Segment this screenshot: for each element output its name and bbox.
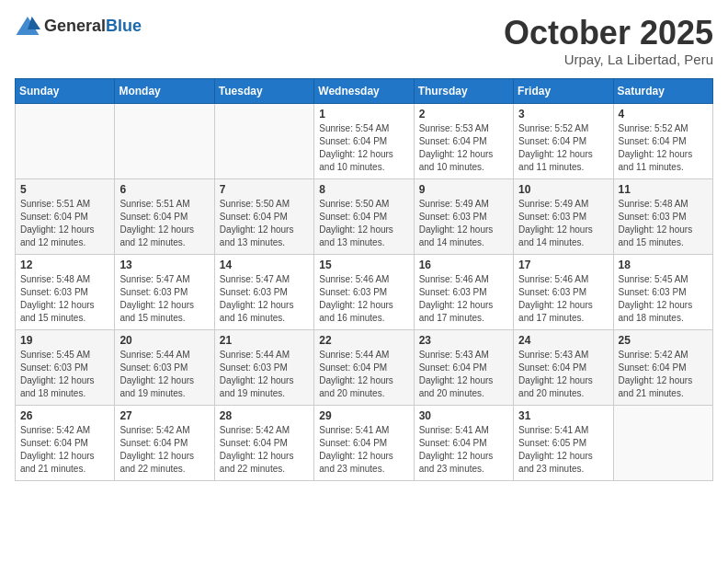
day-info: Sunrise: 5:42 AM Sunset: 6:04 PM Dayligh… xyxy=(20,424,109,476)
day-info: Sunrise: 5:46 AM Sunset: 6:03 PM Dayligh… xyxy=(518,273,608,325)
day-number: 11 xyxy=(619,183,708,196)
calendar-day-cell: 23Sunrise: 5:43 AM Sunset: 6:04 PM Dayli… xyxy=(414,329,513,405)
weekday-header-wednesday: Wednesday xyxy=(314,78,414,103)
calendar-day-cell: 27Sunrise: 5:42 AM Sunset: 6:04 PM Dayli… xyxy=(115,405,214,480)
day-info: Sunrise: 5:50 AM Sunset: 6:04 PM Dayligh… xyxy=(319,198,408,249)
day-number: 16 xyxy=(419,259,508,271)
day-info: Sunrise: 5:41 AM Sunset: 6:04 PM Dayligh… xyxy=(319,424,408,476)
day-info: Sunrise: 5:48 AM Sunset: 6:03 PM Dayligh… xyxy=(619,198,708,249)
calendar-table: SundayMondayTuesdayWednesdayThursdayFrid… xyxy=(15,78,713,481)
day-number: 19 xyxy=(20,334,109,347)
day-info: Sunrise: 5:42 AM Sunset: 6:04 PM Dayligh… xyxy=(619,349,708,400)
month-title: October 2025 xyxy=(504,15,713,52)
day-number: 28 xyxy=(220,409,309,422)
weekday-header-sunday: Sunday xyxy=(16,78,115,103)
calendar-day-cell: 11Sunrise: 5:48 AM Sunset: 6:03 PM Dayli… xyxy=(613,178,712,254)
empty-day-cell xyxy=(16,103,115,178)
day-info: Sunrise: 5:41 AM Sunset: 6:05 PM Dayligh… xyxy=(518,424,608,476)
logo-general-text: GeneralBlue xyxy=(44,17,142,36)
calendar-day-cell: 15Sunrise: 5:46 AM Sunset: 6:03 PM Dayli… xyxy=(314,254,414,329)
day-info: Sunrise: 5:49 AM Sunset: 6:03 PM Dayligh… xyxy=(419,198,508,249)
weekday-header-friday: Friday xyxy=(514,78,613,103)
calendar-day-cell: 30Sunrise: 5:41 AM Sunset: 6:04 PM Dayli… xyxy=(414,405,513,480)
day-number: 20 xyxy=(119,334,209,347)
day-number: 12 xyxy=(20,259,109,271)
day-info: Sunrise: 5:51 AM Sunset: 6:04 PM Dayligh… xyxy=(20,198,109,249)
calendar-day-cell: 25Sunrise: 5:42 AM Sunset: 6:04 PM Dayli… xyxy=(613,329,712,405)
calendar-day-cell: 9Sunrise: 5:49 AM Sunset: 6:03 PM Daylig… xyxy=(414,178,513,254)
day-number: 4 xyxy=(619,108,708,121)
day-number: 29 xyxy=(319,409,408,422)
day-number: 2 xyxy=(419,108,508,121)
day-info: Sunrise: 5:46 AM Sunset: 6:03 PM Dayligh… xyxy=(319,273,408,325)
calendar-day-cell: 24Sunrise: 5:43 AM Sunset: 6:04 PM Dayli… xyxy=(514,329,613,405)
day-info: Sunrise: 5:54 AM Sunset: 6:04 PM Dayligh… xyxy=(319,122,408,174)
day-number: 21 xyxy=(220,334,309,347)
calendar-day-cell: 4Sunrise: 5:52 AM Sunset: 6:04 PM Daylig… xyxy=(613,103,712,178)
empty-day-cell xyxy=(214,103,313,178)
day-number: 3 xyxy=(518,108,608,121)
calendar-day-cell: 3Sunrise: 5:52 AM Sunset: 6:04 PM Daylig… xyxy=(514,103,613,178)
calendar-day-cell: 14Sunrise: 5:47 AM Sunset: 6:03 PM Dayli… xyxy=(214,254,313,329)
calendar-week-row: 5Sunrise: 5:51 AM Sunset: 6:04 PM Daylig… xyxy=(16,178,713,254)
calendar-day-cell: 31Sunrise: 5:41 AM Sunset: 6:05 PM Dayli… xyxy=(514,405,613,480)
calendar-day-cell: 21Sunrise: 5:44 AM Sunset: 6:03 PM Dayli… xyxy=(214,329,313,405)
calendar-day-cell: 12Sunrise: 5:48 AM Sunset: 6:03 PM Dayli… xyxy=(16,254,115,329)
day-number: 22 xyxy=(319,334,408,347)
day-number: 5 xyxy=(20,183,109,196)
title-area: October 2025 Urpay, La Libertad, Peru xyxy=(504,15,713,67)
calendar-day-cell: 7Sunrise: 5:50 AM Sunset: 6:04 PM Daylig… xyxy=(214,178,313,254)
day-info: Sunrise: 5:43 AM Sunset: 6:04 PM Dayligh… xyxy=(518,349,608,400)
empty-day-cell xyxy=(613,405,712,480)
day-number: 13 xyxy=(119,259,209,271)
logo-icon xyxy=(15,15,40,37)
empty-day-cell xyxy=(115,103,214,178)
day-info: Sunrise: 5:51 AM Sunset: 6:04 PM Dayligh… xyxy=(119,198,209,249)
day-number: 25 xyxy=(619,334,708,347)
day-number: 8 xyxy=(319,183,408,196)
weekday-header-monday: Monday xyxy=(115,78,214,103)
day-number: 15 xyxy=(319,259,408,271)
day-info: Sunrise: 5:42 AM Sunset: 6:04 PM Dayligh… xyxy=(119,424,209,476)
day-number: 24 xyxy=(518,334,608,347)
calendar-day-cell: 13Sunrise: 5:47 AM Sunset: 6:03 PM Dayli… xyxy=(115,254,214,329)
calendar-day-cell: 20Sunrise: 5:44 AM Sunset: 6:03 PM Dayli… xyxy=(115,329,214,405)
weekday-header-row: SundayMondayTuesdayWednesdayThursdayFrid… xyxy=(16,78,713,103)
calendar-day-cell: 29Sunrise: 5:41 AM Sunset: 6:04 PM Dayli… xyxy=(314,405,414,480)
day-number: 6 xyxy=(119,183,209,196)
day-info: Sunrise: 5:48 AM Sunset: 6:03 PM Dayligh… xyxy=(20,273,109,325)
day-number: 14 xyxy=(220,259,309,271)
day-info: Sunrise: 5:52 AM Sunset: 6:04 PM Dayligh… xyxy=(619,122,708,174)
calendar-day-cell: 19Sunrise: 5:45 AM Sunset: 6:03 PM Dayli… xyxy=(16,329,115,405)
calendar-day-cell: 2Sunrise: 5:53 AM Sunset: 6:04 PM Daylig… xyxy=(414,103,513,178)
day-info: Sunrise: 5:44 AM Sunset: 6:03 PM Dayligh… xyxy=(220,349,309,400)
day-number: 31 xyxy=(518,409,608,422)
calendar-day-cell: 22Sunrise: 5:44 AM Sunset: 6:04 PM Dayli… xyxy=(314,329,414,405)
calendar-day-cell: 18Sunrise: 5:45 AM Sunset: 6:03 PM Dayli… xyxy=(613,254,712,329)
day-info: Sunrise: 5:41 AM Sunset: 6:04 PM Dayligh… xyxy=(419,424,508,476)
day-info: Sunrise: 5:46 AM Sunset: 6:03 PM Dayligh… xyxy=(419,273,508,325)
day-info: Sunrise: 5:52 AM Sunset: 6:04 PM Dayligh… xyxy=(518,122,608,174)
calendar-day-cell: 5Sunrise: 5:51 AM Sunset: 6:04 PM Daylig… xyxy=(16,178,115,254)
day-info: Sunrise: 5:42 AM Sunset: 6:04 PM Dayligh… xyxy=(220,424,309,476)
day-number: 27 xyxy=(119,409,209,422)
calendar-day-cell: 16Sunrise: 5:46 AM Sunset: 6:03 PM Dayli… xyxy=(414,254,513,329)
day-info: Sunrise: 5:45 AM Sunset: 6:03 PM Dayligh… xyxy=(619,273,708,325)
page-header: GeneralBlue October 2025 Urpay, La Liber… xyxy=(15,15,713,67)
calendar-day-cell: 28Sunrise: 5:42 AM Sunset: 6:04 PM Dayli… xyxy=(214,405,313,480)
day-info: Sunrise: 5:53 AM Sunset: 6:04 PM Dayligh… xyxy=(419,122,508,174)
day-number: 9 xyxy=(419,183,508,196)
logo: GeneralBlue xyxy=(15,15,142,37)
calendar-week-row: 26Sunrise: 5:42 AM Sunset: 6:04 PM Dayli… xyxy=(16,405,713,480)
day-number: 30 xyxy=(419,409,508,422)
location-subtitle: Urpay, La Libertad, Peru xyxy=(504,52,713,67)
day-number: 26 xyxy=(20,409,109,422)
calendar-week-row: 12Sunrise: 5:48 AM Sunset: 6:03 PM Dayli… xyxy=(16,254,713,329)
calendar-day-cell: 6Sunrise: 5:51 AM Sunset: 6:04 PM Daylig… xyxy=(115,178,214,254)
calendar-day-cell: 17Sunrise: 5:46 AM Sunset: 6:03 PM Dayli… xyxy=(514,254,613,329)
day-info: Sunrise: 5:44 AM Sunset: 6:04 PM Dayligh… xyxy=(319,349,408,400)
day-number: 18 xyxy=(619,259,708,271)
calendar-day-cell: 26Sunrise: 5:42 AM Sunset: 6:04 PM Dayli… xyxy=(16,405,115,480)
calendar-day-cell: 8Sunrise: 5:50 AM Sunset: 6:04 PM Daylig… xyxy=(314,178,414,254)
day-number: 23 xyxy=(419,334,508,347)
